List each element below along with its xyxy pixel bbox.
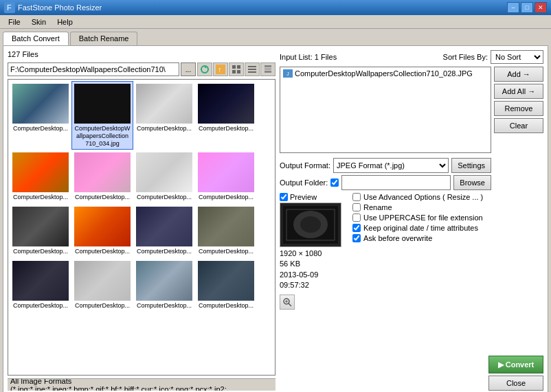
- file-item[interactable]: ComputerDesktop...: [133, 150, 195, 204]
- minimize-button[interactable]: −: [507, 2, 519, 13]
- file-thumbnail: [198, 261, 254, 301]
- svg-rect-6: [232, 65, 236, 69]
- file-label: ComputerDesktop...: [13, 302, 68, 310]
- input-file-list[interactable]: J ComputerDesktopWallpapersCollection710…: [280, 67, 491, 153]
- browse-path-button[interactable]: ...: [181, 62, 196, 76]
- file-item[interactable]: ComputerDesktop...: [195, 150, 257, 204]
- output-format-label: Output Format:: [280, 161, 330, 170]
- file-label: ComputerDesktop...: [13, 248, 68, 255]
- up-icon[interactable]: ↑: [213, 62, 228, 76]
- file-item[interactable]: ComputerDesktop...: [195, 258, 257, 312]
- output-folder-checkbox[interactable]: [330, 178, 339, 187]
- file-label: ComputerDesktop...: [137, 248, 192, 255]
- ask-overwrite-label: Ask before overwrite: [363, 234, 432, 242]
- tab-batch-convert[interactable]: Batch Convert: [3, 32, 69, 45]
- ask-overwrite-checkbox[interactable]: [352, 234, 361, 242]
- file-item[interactable]: ComputerDesktop...: [71, 150, 133, 204]
- file-thumbnail: [74, 84, 131, 124]
- file-item[interactable]: ComputerDesktop...: [71, 258, 133, 312]
- settings-button[interactable]: Settings: [451, 158, 491, 173]
- file-thumbnail: [74, 261, 131, 301]
- clear-button[interactable]: Clear: [494, 118, 543, 133]
- remove-button[interactable]: Remove: [494, 101, 543, 116]
- input-list-label: Input List: 1 Files: [280, 53, 337, 61]
- svg-rect-8: [232, 70, 236, 73]
- expand-icon[interactable]: [260, 62, 276, 76]
- path-input[interactable]: [8, 62, 179, 76]
- sort-area: Sort Files By: No Sort File Name File Si…: [443, 50, 543, 64]
- file-item[interactable]: ComputerDesktop...: [195, 204, 257, 258]
- file-thumbnail: [198, 207, 254, 246]
- convert-button[interactable]: ▶ Convert: [488, 356, 543, 373]
- file-thumbnail: [12, 84, 69, 124]
- close-dialog-button[interactable]: Close: [488, 376, 543, 391]
- bottom-section: Preview 1920 × 1080 56 KB 2013-05-: [280, 193, 543, 391]
- menu-help[interactable]: Help: [52, 16, 78, 27]
- right-panel: Input List: 1 Files Sort Files By: No So…: [280, 50, 543, 391]
- app-icon: F: [4, 2, 15, 13]
- add-all-button[interactable]: Add All →: [494, 84, 543, 99]
- file-label: ComputerDesktop...: [199, 125, 254, 132]
- file-item[interactable]: ComputerDesktop...: [10, 81, 71, 150]
- file-item[interactable]: ComputerDesktop...: [133, 81, 195, 150]
- svg-text:F: F: [7, 3, 12, 12]
- preview-size: 56 KB: [280, 259, 348, 269]
- file-item[interactable]: ComputerDesktop...: [133, 258, 195, 312]
- preview-label: Preview: [290, 193, 317, 201]
- advanced-options-checkbox[interactable]: [352, 193, 361, 201]
- keep-date-row: Keep original date / time attributes: [352, 224, 484, 232]
- file-item[interactable]: ComputerDesktop...: [133, 204, 195, 258]
- file-grid-container[interactable]: ComputerDesktop... ComputerDesktopW allp…: [8, 79, 276, 376]
- window-controls: − □ ✕: [507, 2, 547, 13]
- browse-button[interactable]: Browse: [453, 175, 491, 190]
- keep-date-checkbox[interactable]: [352, 224, 361, 232]
- refresh-icon[interactable]: [197, 62, 212, 76]
- close-button[interactable]: ✕: [535, 2, 547, 13]
- file-thumbnail: [136, 84, 192, 124]
- file-label: ComputerDesktopW allpapersCollection 710…: [74, 125, 131, 147]
- preview-checkbox[interactable]: [280, 193, 288, 201]
- options-area: Use Advanced Options ( Resize ... ) Rena…: [352, 193, 484, 391]
- file-count: 127 Files: [8, 50, 276, 58]
- file-item[interactable]: ComputerDesktop...: [195, 81, 257, 150]
- sort-label: Sort Files By:: [443, 53, 488, 61]
- uppercase-row: Use UPPERCASE for file extension: [352, 214, 484, 222]
- file-item[interactable]: ComputerDesktopW allpapersCollection 710…: [71, 81, 133, 150]
- advanced-options-label: Use Advanced Options ( Resize ... ): [363, 193, 483, 201]
- rename-checkbox[interactable]: [352, 203, 361, 211]
- input-file-item[interactable]: J ComputerDesktopWallpapersCollection710…: [282, 69, 489, 78]
- uppercase-label: Use UPPERCASE for file extension: [363, 214, 483, 222]
- file-label: ComputerDesktop...: [199, 302, 254, 310]
- file-item[interactable]: ComputerDesktop...: [10, 204, 71, 258]
- file-label: ComputerDesktop...: [75, 302, 130, 310]
- file-item[interactable]: ComputerDesktop...: [71, 204, 133, 258]
- file-label: ComputerDesktop...: [13, 125, 68, 132]
- add-button[interactable]: Add →: [494, 67, 543, 82]
- menu-skin[interactable]: Skin: [26, 16, 52, 27]
- file-item[interactable]: ComputerDesktop...: [10, 258, 71, 312]
- file-item[interactable]: ComputerDesktop...: [10, 150, 71, 204]
- file-thumbnail: [12, 261, 69, 301]
- input-file-name: ComputerDesktopWallpapersCollection710_0…: [295, 69, 473, 78]
- file-thumbnail: [74, 207, 131, 246]
- left-panel: 127 Files ... ↑: [8, 50, 276, 391]
- zoom-preview-button[interactable]: [280, 295, 295, 310]
- svg-point-18: [300, 216, 321, 233]
- format-select[interactable]: JPEG Format (*.jpg) PNG Format (*.png) B…: [333, 158, 449, 173]
- svg-rect-9: [237, 70, 240, 73]
- svg-line-21: [289, 303, 291, 306]
- content-area: 127 Files ... ↑: [3, 45, 548, 392]
- sort-select[interactable]: No Sort File Name File Size File Date: [491, 50, 543, 64]
- view-large-icon[interactable]: [229, 62, 244, 76]
- maximize-button[interactable]: □: [521, 2, 533, 13]
- tab-batch-rename[interactable]: Batch Rename: [70, 32, 138, 45]
- output-folder-input[interactable]: [341, 175, 451, 190]
- menu-file[interactable]: File: [3, 16, 26, 27]
- file-thumbnail: [12, 152, 69, 192]
- preview-thumbnail: [280, 203, 341, 247]
- mid-section: J ComputerDesktopWallpapersCollection710…: [280, 67, 543, 190]
- status-text: All Image Formats (*.jpg;*.jpe;*.jpeg;*.…: [10, 378, 273, 391]
- view-list-icon[interactable]: [245, 62, 260, 76]
- uppercase-checkbox[interactable]: [352, 214, 361, 222]
- file-thumbnail: [136, 152, 192, 192]
